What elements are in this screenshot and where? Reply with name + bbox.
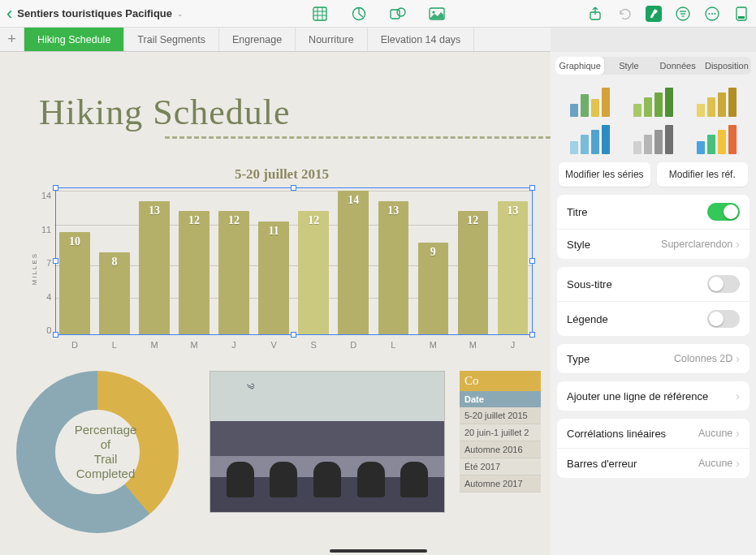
chart-plot: 1081312121112141391213 DLMMJVSDLMMJ bbox=[54, 187, 533, 350]
chart-title: 5-20 juillet 2015 bbox=[31, 166, 533, 183]
sous-titre-toggle[interactable] bbox=[707, 275, 740, 293]
bar: 10 bbox=[59, 232, 90, 335]
edit-refs-button[interactable]: Modifier les réf. bbox=[657, 162, 749, 187]
bar: 14 bbox=[338, 191, 369, 335]
chevron-right-icon: › bbox=[736, 352, 740, 365]
sheet-tabs: + Hiking Schedule Trail Segments Engrena… bbox=[0, 28, 551, 52]
bar: 12 bbox=[458, 211, 489, 335]
insert-table-icon[interactable] bbox=[312, 6, 328, 22]
inspector-tab-graphique[interactable]: Graphique bbox=[555, 57, 604, 75]
x-tick: M bbox=[418, 340, 449, 350]
more-icon[interactable] bbox=[704, 6, 720, 22]
page-title: Hiking Schedule bbox=[39, 92, 551, 133]
sheet-canvas[interactable]: SCENIC PACIFIC TRAILS Hiking Schedule 5-… bbox=[0, 52, 551, 555]
row-reference-line[interactable]: Ajouter une ligne de référence › bbox=[557, 381, 750, 411]
legende-toggle[interactable] bbox=[707, 310, 740, 328]
bar: 12 bbox=[218, 211, 249, 335]
x-tick: L bbox=[378, 340, 409, 350]
chart-style-grid bbox=[551, 81, 756, 162]
table-row[interactable]: Été 2017 bbox=[460, 458, 541, 475]
chart-style-5[interactable] bbox=[625, 122, 680, 154]
donut-label: Percentage of Trail Completed bbox=[55, 410, 156, 494]
chart-style-4[interactable] bbox=[562, 122, 617, 154]
table-row[interactable]: Automne 2016 bbox=[460, 441, 541, 458]
x-tick: J bbox=[498, 340, 529, 350]
x-tick: V bbox=[258, 340, 289, 350]
photo-placeholder[interactable]: ༄ bbox=[210, 371, 445, 513]
table-row[interactable]: Automne 2017 bbox=[460, 475, 541, 493]
row-type[interactable]: Type Colonnes 2D› bbox=[557, 344, 750, 373]
x-tick: D bbox=[338, 340, 369, 350]
x-tick: M bbox=[458, 340, 489, 350]
tab-hiking-schedule[interactable]: Hiking Schedule bbox=[24, 28, 124, 51]
chart-style-1[interactable] bbox=[562, 84, 617, 117]
insert-cell-icon[interactable] bbox=[733, 6, 750, 22]
bar: 13 bbox=[139, 201, 170, 335]
insert-chart-icon[interactable] bbox=[351, 6, 367, 22]
row-correlations[interactable]: Corrélations linéaires Aucune› bbox=[557, 419, 750, 449]
bar-chart[interactable]: 5-20 juillet 2015 MILLES 14 11 7 4 0 108… bbox=[31, 166, 533, 350]
undo-icon[interactable] bbox=[616, 6, 633, 22]
y-axis-label: MILLES bbox=[31, 252, 38, 285]
bar: 8 bbox=[99, 252, 130, 335]
row-legende[interactable]: Légende bbox=[557, 302, 750, 336]
format-inspector: Graphique Style Données Disposition Modi… bbox=[551, 52, 756, 555]
y-axis-ticks: 14 11 7 4 0 bbox=[41, 187, 54, 350]
insert-shape-icon[interactable] bbox=[390, 6, 406, 22]
svg-rect-21 bbox=[738, 16, 745, 19]
insert-media-icon[interactable] bbox=[429, 6, 445, 22]
x-tick: J bbox=[218, 340, 249, 350]
chevron-right-icon: › bbox=[736, 238, 740, 251]
inspector-tab-donnees[interactable]: Données bbox=[654, 57, 702, 75]
donut-chart[interactable]: Percentage of Trail Completed bbox=[16, 371, 195, 533]
x-tick: M bbox=[139, 340, 170, 350]
table-header-date: Date bbox=[460, 391, 541, 407]
app-toolbar: ‹ Sentiers touristiques Pacifique ⌄ bbox=[0, 0, 756, 28]
document-menu-chevron-icon[interactable]: ⌄ bbox=[177, 10, 184, 18]
add-sheet-button[interactable]: + bbox=[0, 28, 24, 51]
inspector-tab-disposition[interactable]: Disposition bbox=[702, 57, 751, 75]
format-brush-icon[interactable] bbox=[646, 6, 662, 22]
row-titre[interactable]: Titre bbox=[557, 195, 750, 230]
row-error-bars[interactable]: Barres d'erreur Aucune› bbox=[557, 449, 750, 478]
bar: 13 bbox=[378, 201, 409, 335]
chart-style-6[interactable] bbox=[689, 122, 745, 154]
inspector-tab-style[interactable]: Style bbox=[604, 57, 653, 75]
svg-rect-0 bbox=[313, 7, 326, 20]
table-row[interactable]: 20 juin-1 juillet 2 bbox=[460, 424, 541, 441]
chevron-right-icon: › bbox=[736, 427, 740, 440]
x-tick: L bbox=[99, 340, 130, 350]
share-icon[interactable] bbox=[587, 6, 603, 22]
x-tick: D bbox=[59, 340, 90, 350]
bar: 13 bbox=[498, 201, 529, 335]
tab-trail-segments[interactable]: Trail Segments bbox=[124, 28, 219, 51]
title-rule bbox=[165, 136, 551, 139]
inspector-tabs: Graphique Style Données Disposition bbox=[555, 57, 751, 75]
chevron-right-icon: › bbox=[736, 389, 740, 402]
table-corner: Co bbox=[460, 371, 541, 391]
x-tick: S bbox=[298, 340, 329, 350]
tab-engrenage[interactable]: Engrenage bbox=[219, 28, 296, 51]
tab-nourriture[interactable]: Nourriture bbox=[296, 28, 368, 51]
home-indicator bbox=[330, 549, 427, 553]
table-row[interactable]: 5-20 juillet 2015 bbox=[460, 407, 541, 424]
row-style[interactable]: Style Superclarendon› bbox=[557, 230, 750, 259]
date-table[interactable]: Co Date 5-20 juillet 2015 20 juin-1 juil… bbox=[460, 371, 541, 493]
chart-style-2[interactable] bbox=[625, 84, 680, 117]
back-button[interactable]: ‹ bbox=[6, 3, 12, 24]
filter-icon[interactable] bbox=[675, 6, 691, 22]
edit-series-button[interactable]: Modifier les séries bbox=[559, 162, 650, 187]
x-tick: M bbox=[179, 340, 210, 350]
tab-elevation[interactable]: Elevation 14 days bbox=[368, 28, 475, 51]
chart-style-3[interactable] bbox=[689, 84, 745, 117]
bar: 12 bbox=[179, 211, 210, 335]
bar: 12 bbox=[298, 211, 329, 335]
document-title[interactable]: Sentiers touristiques Pacifique bbox=[17, 7, 172, 19]
row-sous-titre[interactable]: Sous-titre bbox=[557, 267, 750, 302]
svg-point-17 bbox=[709, 13, 711, 15]
svg-point-19 bbox=[715, 13, 716, 15]
bar: 11 bbox=[258, 222, 289, 335]
titre-toggle[interactable] bbox=[707, 203, 740, 221]
bar: 9 bbox=[418, 243, 449, 335]
svg-point-7 bbox=[397, 8, 405, 16]
